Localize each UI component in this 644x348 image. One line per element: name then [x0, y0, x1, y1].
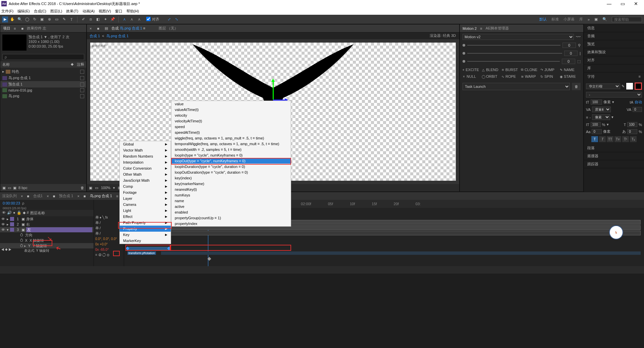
- project-item-footage[interactable]: nature-016.jpg: [0, 88, 86, 93]
- region-icon[interactable]: ▣: [89, 186, 92, 190]
- menu-effect[interactable]: 效果(T): [66, 9, 78, 14]
- font-style-select[interactable]: -: [586, 92, 642, 98]
- panel-menu-icon[interactable]: ≡: [116, 194, 118, 198]
- overflow-icon[interactable]: »: [588, 17, 590, 21]
- motion-excite-button[interactable]: +EXCITE: [461, 67, 480, 73]
- menu-item-light[interactable]: Light▶: [120, 208, 171, 214]
- tl-tab-precomp1[interactable]: 预合成 1: [59, 193, 73, 198]
- panel-preview[interactable]: 预览: [584, 40, 644, 48]
- menu-item-valueattime[interactable]: valueAtTime(t): [171, 107, 291, 112]
- menu-item-temporalwiggle[interactable]: temporalWiggle(freq, amp, octaves = 1, a…: [171, 141, 291, 147]
- zoom-select[interactable]: 100%: [101, 186, 110, 190]
- motion-rope-button[interactable]: ∿ROPE: [500, 73, 519, 79]
- menu-help[interactable]: 帮助(H): [126, 9, 139, 14]
- menu-item-random[interactable]: Random Numbers▶: [120, 153, 171, 159]
- motion-preset-select[interactable]: Motion v2: [463, 34, 574, 40]
- tracking-input[interactable]: [633, 107, 642, 112]
- stroke-align-select[interactable]: 像素: [592, 114, 610, 120]
- eraser-tool[interactable]: ◧: [95, 16, 101, 22]
- hscale-input[interactable]: [627, 122, 637, 127]
- bold-toggle[interactable]: T: [591, 136, 598, 142]
- panel-effects-presets[interactable]: 效果和预设: [584, 48, 644, 56]
- menu-item-keymarkername[interactable]: key(markerName): [171, 181, 291, 186]
- panel-menu-icon[interactable]: ≡: [639, 74, 641, 78]
- menu-item-wiggle[interactable]: wiggle(freq, amp, octaves = 1, amp_mult …: [171, 135, 291, 141]
- panel-align[interactable]: 对齐: [584, 56, 644, 64]
- menu-view[interactable]: 视图(V): [99, 9, 111, 14]
- expression-text-tag[interactable]: transform.yRotation: [127, 251, 156, 255]
- hand-tool[interactable]: ✋: [9, 16, 15, 22]
- menu-item-numkeys[interactable]: numKeys: [171, 192, 291, 198]
- panel-audio[interactable]: 音频: [584, 32, 644, 40]
- tl-tab-bird[interactable]: 鸟.png 合成 1: [90, 193, 112, 198]
- workspace-standard[interactable]: 标准: [551, 17, 559, 22]
- menu-item-vector-math[interactable]: Vector Math▶: [120, 147, 171, 153]
- menu-layer[interactable]: 图层(L): [50, 9, 62, 14]
- motion-name-button[interactable]: ✎NAME: [558, 67, 577, 73]
- menu-item-interpolation[interactable]: Interpolation▶: [120, 159, 171, 165]
- menu-item-propertyindex[interactable]: propertyIndex: [171, 221, 291, 226]
- slider3-value[interactable]: [562, 59, 575, 64]
- baseline-input[interactable]: [592, 129, 602, 134]
- leading-value[interactable]: 自动: [635, 100, 642, 105]
- workspace-small[interactable]: 小屏幕: [564, 17, 575, 22]
- sync-icon[interactable]: ▣: [594, 17, 598, 21]
- panel-info[interactable]: 信息: [584, 24, 644, 32]
- menu-item-camera[interactable]: Camera▶: [120, 201, 171, 208]
- col-layer-name[interactable]: 图层名称: [30, 211, 92, 216]
- menu-item-comp[interactable]: Comp▶: [120, 183, 171, 189]
- menu-item-nearestkey[interactable]: nearestKey(t): [171, 186, 291, 192]
- pen-tool[interactable]: ✎: [61, 16, 67, 22]
- sub-toggle[interactable]: T₁: [630, 136, 637, 142]
- motion-clone-button[interactable]: ⧉CLONE: [520, 67, 538, 73]
- motion-wave-icon[interactable]: 〰: [576, 34, 581, 40]
- italic-toggle[interactable]: T: [599, 136, 606, 142]
- snap1-icon[interactable]: ⤢: [166, 16, 172, 22]
- effect-controls-tab[interactable]: 效果控件 左: [27, 26, 46, 31]
- menu-item-value[interactable]: value: [171, 101, 291, 107]
- axis-view-icon[interactable]: ⋏: [136, 16, 142, 22]
- roto-tool[interactable]: ✦: [102, 16, 108, 22]
- smallcaps-toggle[interactable]: Tᴛ: [614, 136, 621, 142]
- motion-warp-button[interactable]: ≋WARP: [520, 73, 538, 79]
- viewer-layer-tab[interactable]: 图层 （无）: [159, 26, 178, 31]
- rotate-tool[interactable]: ↻: [32, 16, 38, 22]
- task-launch-select[interactable]: Task Launch: [463, 83, 570, 90]
- menu-comp[interactable]: 合成(C): [34, 9, 46, 14]
- crumb1[interactable]: 合成 1: [90, 34, 100, 39]
- axis-local-icon[interactable]: ⋏: [121, 16, 127, 22]
- workspace-default[interactable]: 默认: [539, 17, 547, 22]
- menu-item-footage[interactable]: Footage▶: [120, 189, 171, 195]
- panel-tracker[interactable]: 跟踪器: [584, 160, 644, 168]
- brush-tool[interactable]: ✐: [80, 16, 86, 22]
- text-tool[interactable]: T: [68, 16, 74, 22]
- selection-tool[interactable]: ▶: [2, 16, 8, 22]
- snap2-icon[interactable]: ⤡: [173, 16, 179, 22]
- bpc-label[interactable]: 8 bpc: [18, 186, 28, 190]
- menu-item-keyindex[interactable]: key(index): [171, 175, 291, 181]
- project-item-footage[interactable]: 鸟.png: [0, 93, 86, 99]
- menu-item-velocity[interactable]: velocity: [171, 112, 291, 118]
- motion-stare-button[interactable]: ◉STARE: [558, 73, 577, 79]
- menu-item-loopoutduration[interactable]: loopOutDuration(type = "cycle", duration…: [171, 169, 291, 175]
- vscale-input[interactable]: [591, 122, 601, 127]
- menu-item-velocityattime[interactable]: velocityAtTime(t): [171, 118, 291, 124]
- menu-item-active[interactable]: active: [171, 204, 291, 209]
- workspace-lib[interactable]: 库: [579, 17, 583, 22]
- motion-burst-button[interactable]: ✳BURST: [500, 67, 519, 73]
- menu-item-loopin[interactable]: loopIn(type = "cycle", numKeyframes = 0): [171, 152, 291, 158]
- project-item-folder[interactable]: ▸纯色: [0, 68, 86, 75]
- fill-swatch[interactable]: [626, 82, 633, 90]
- project-search-input[interactable]: [2, 54, 84, 60]
- motion-orbit-button[interactable]: ◯ORBIT: [481, 73, 499, 79]
- channel-icon[interactable]: ▭: [95, 186, 98, 190]
- menu-item-smooth[interactable]: smooth(width = .2, samples = 5, t = time…: [171, 147, 291, 152]
- crumb2[interactable]: 鸟.png 合成 1: [106, 34, 129, 39]
- snap-checkbox[interactable]: [146, 17, 151, 21]
- menu-item-key[interactable]: Key▶: [120, 232, 171, 238]
- layer-row[interactable]: 👁▸1▣身体: [0, 216, 94, 222]
- motion-spin-button[interactable]: ↻SPIN: [539, 73, 558, 79]
- y-axis[interactable]: [273, 79, 274, 100]
- timecode[interactable]: 0:00:00:23: [3, 201, 20, 205]
- panel-character[interactable]: 字符≡: [584, 72, 644, 80]
